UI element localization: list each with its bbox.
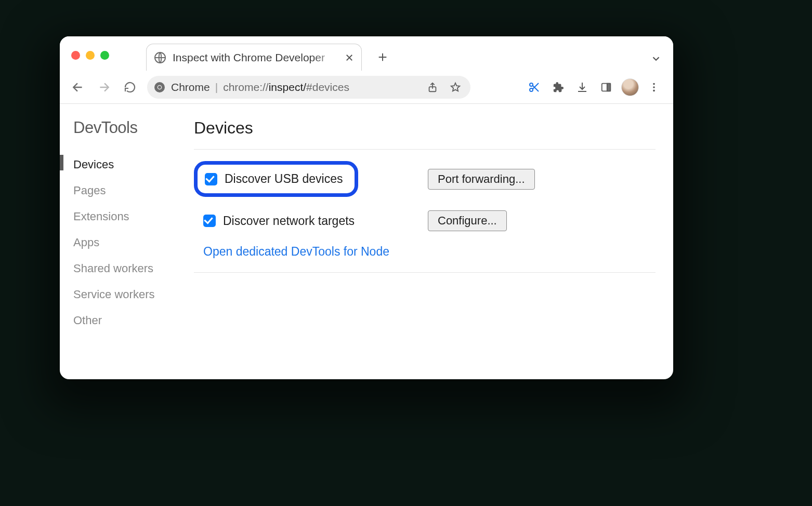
profile-avatar[interactable] xyxy=(621,78,639,96)
back-button[interactable] xyxy=(67,76,89,98)
close-tab-button[interactable] xyxy=(345,53,354,62)
svg-point-10 xyxy=(653,86,655,88)
divider xyxy=(194,149,656,150)
browser-tab[interactable]: Inspect with Chrome Developer xyxy=(146,44,362,71)
svg-point-9 xyxy=(653,83,655,85)
minimize-window-button[interactable] xyxy=(86,51,95,60)
nav-apps[interactable]: Apps xyxy=(73,230,194,256)
discover-network-label: Discover network targets xyxy=(223,214,355,228)
usb-row: Discover USB devices Port forwarding... xyxy=(194,161,656,197)
sidebar: DevTools Devices Pages Extensions Apps S… xyxy=(60,104,194,379)
downloads-icon[interactable] xyxy=(573,78,591,96)
omnibox-url: chrome://inspect/#devices xyxy=(223,81,349,94)
bookmark-star-icon[interactable] xyxy=(447,78,464,96)
omnibox-label: Chrome xyxy=(171,81,210,94)
nav-pages[interactable]: Pages xyxy=(73,178,194,204)
discover-usb-checkbox[interactable] xyxy=(205,173,217,185)
nav-devices[interactable]: Devices xyxy=(73,152,194,178)
svg-rect-8 xyxy=(607,83,610,91)
scissors-icon[interactable] xyxy=(526,78,543,96)
forward-button[interactable] xyxy=(93,76,115,98)
omnibox-separator: | xyxy=(215,81,218,94)
tabs-dropdown-button[interactable] xyxy=(650,53,662,64)
globe-icon xyxy=(154,51,166,64)
share-icon[interactable] xyxy=(424,78,441,96)
toolbar-right xyxy=(526,78,666,96)
divider-bottom xyxy=(194,272,656,273)
nav-shared-workers[interactable]: Shared workers xyxy=(73,256,194,282)
discover-usb-label: Discover USB devices xyxy=(225,172,343,186)
extensions-icon[interactable] xyxy=(549,78,567,96)
configure-button[interactable]: Configure... xyxy=(428,210,507,231)
port-forwarding-button[interactable]: Port forwarding... xyxy=(428,169,535,190)
nav-service-workers[interactable]: Service workers xyxy=(73,282,194,308)
maximize-window-button[interactable] xyxy=(100,51,109,60)
page-content: DevTools Devices Pages Extensions Apps S… xyxy=(60,104,673,379)
nav-other[interactable]: Other xyxy=(73,308,194,334)
chrome-icon xyxy=(153,81,166,94)
main-heading: Devices xyxy=(194,118,656,138)
open-node-devtools-link[interactable]: Open dedicated DevTools for Node xyxy=(203,245,389,259)
menu-button[interactable] xyxy=(645,78,663,96)
sidebar-title: DevTools xyxy=(73,118,194,137)
toolbar: Chrome | chrome://inspect/#devices xyxy=(60,71,673,104)
address-bar[interactable]: Chrome | chrome://inspect/#devices xyxy=(147,76,470,99)
network-row: Discover network targets Configure... xyxy=(194,210,656,231)
svg-point-3 xyxy=(158,86,161,89)
panel-icon[interactable] xyxy=(597,78,615,96)
close-window-button[interactable] xyxy=(71,51,80,60)
discover-network-checkbox[interactable] xyxy=(203,215,216,227)
svg-point-11 xyxy=(653,89,655,91)
browser-window: Inspect with Chrome Developer Chrome xyxy=(60,36,673,379)
new-tab-button[interactable] xyxy=(372,44,393,71)
reload-button[interactable] xyxy=(119,76,141,98)
nav-extensions[interactable]: Extensions xyxy=(73,204,194,230)
node-row: Open dedicated DevTools for Node xyxy=(194,245,656,259)
tab-title: Inspect with Chrome Developer xyxy=(173,51,338,64)
titlebar: Inspect with Chrome Developer xyxy=(60,36,673,71)
main-panel: Devices Discover USB devices Port forwar… xyxy=(194,104,673,379)
usb-highlight: Discover USB devices xyxy=(194,161,358,197)
traffic-lights xyxy=(71,51,109,60)
